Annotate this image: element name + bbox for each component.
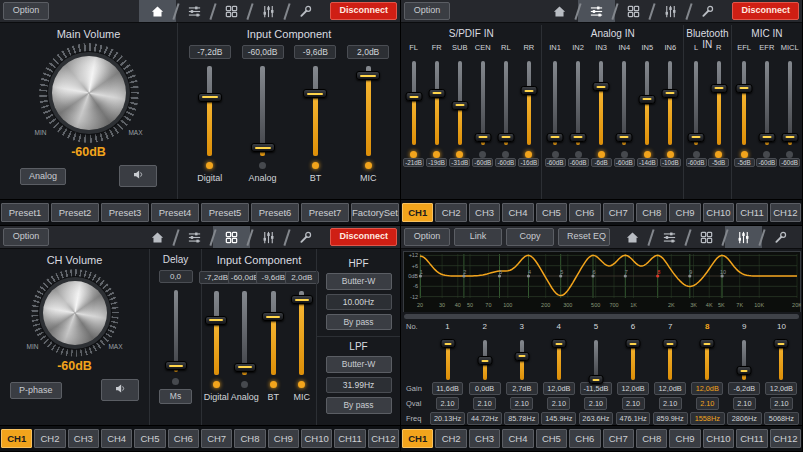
slider-handle[interactable]	[497, 133, 514, 142]
slider-handle[interactable]	[356, 71, 380, 80]
band-2-gain[interactable]: 0,0dB	[469, 382, 501, 395]
slider-handle[interactable]	[736, 84, 753, 93]
faders-tab[interactable]	[250, 226, 287, 248]
grid-tab[interactable]	[615, 0, 652, 22]
hpf-type-button[interactable]: Butter-W	[326, 273, 392, 290]
band-4-qval[interactable]: 2.10	[547, 397, 570, 410]
wrench-tab[interactable]	[689, 0, 726, 22]
home-tab[interactable]	[139, 226, 176, 248]
channel-tab-ch6[interactable]: CH6	[569, 203, 600, 222]
channel-tab-ch4[interactable]: CH4	[101, 429, 132, 448]
channel-tab-ch4[interactable]: CH4	[502, 203, 533, 222]
slider-track[interactable]	[299, 291, 304, 375]
slider-track[interactable]	[599, 61, 603, 145]
channel-tab-ch8[interactable]: CH8	[636, 203, 667, 222]
band-8-qval[interactable]: 2.10	[696, 397, 719, 410]
mixer-tab[interactable]	[651, 226, 688, 248]
slider-track[interactable]	[717, 61, 721, 145]
slider-handle[interactable]	[626, 339, 641, 348]
band-6-freq[interactable]: 476.1Hz	[616, 412, 651, 425]
slider-handle[interactable]	[428, 89, 445, 98]
option-button[interactable]: Option	[404, 228, 450, 245]
slider-handle[interactable]	[688, 133, 705, 142]
preset-tab-preset2[interactable]: Preset2	[51, 203, 99, 222]
slider-track[interactable]	[483, 340, 487, 380]
slider-handle[interactable]	[663, 339, 678, 348]
slider-handle[interactable]	[477, 356, 492, 365]
channel-tab-ch10[interactable]: CH10	[703, 429, 734, 448]
channel-tab-ch8[interactable]: CH8	[636, 429, 667, 448]
slider-handle[interactable]	[639, 95, 656, 104]
slider-track[interactable]	[779, 340, 783, 380]
slider-track[interactable]	[557, 340, 561, 380]
slider-track[interactable]	[594, 340, 598, 380]
slider-handle[interactable]	[405, 92, 422, 101]
channel-tab-ch9[interactable]: CH9	[669, 203, 700, 222]
channel-tab-ch1[interactable]: CH1	[402, 429, 433, 448]
disconnect-button[interactable]: Disconnect	[330, 2, 397, 19]
slider-handle[interactable]	[251, 143, 275, 152]
band-6-gain[interactable]: 12,0dB	[617, 382, 649, 395]
wrench-tab[interactable]	[287, 226, 324, 248]
band-10-qval[interactable]: 2.10	[770, 397, 793, 410]
slider-handle[interactable]	[570, 133, 587, 142]
band-8-gain[interactable]: 12,0dB	[691, 382, 723, 395]
option-button[interactable]: Option	[404, 2, 450, 19]
preset-tab-preset4[interactable]: Preset4	[151, 203, 199, 222]
wrench-tab[interactable]	[762, 226, 799, 248]
slider-track[interactable]	[668, 61, 672, 145]
slider-handle[interactable]	[593, 82, 610, 91]
copy-button[interactable]: Copy	[506, 228, 554, 245]
channel-tab-ch8[interactable]: CH8	[234, 429, 265, 448]
band-number-8[interactable]: 8	[689, 322, 726, 331]
band-1-freq[interactable]: 20.13Hz	[430, 412, 465, 425]
band-3-gain[interactable]: 2,7dB	[506, 382, 538, 395]
home-tab[interactable]	[139, 0, 176, 22]
channel-tab-ch1[interactable]: CH1	[402, 203, 433, 222]
band-number-6[interactable]: 6	[614, 322, 651, 331]
slider-handle[interactable]	[737, 366, 752, 375]
slider-handle[interactable]	[662, 89, 679, 98]
band-number-9[interactable]: 9	[726, 322, 763, 331]
channel-tab-ch6[interactable]: CH6	[168, 429, 199, 448]
slider-track[interactable]	[458, 61, 462, 145]
preset-tab-preset1[interactable]: Preset1	[1, 203, 49, 222]
band-3-qval[interactable]: 2.10	[510, 397, 533, 410]
band-9-freq[interactable]: 2806Hz	[727, 412, 762, 425]
slider-track[interactable]	[622, 61, 626, 145]
channel-tab-ch3[interactable]: CH3	[469, 429, 500, 448]
preset-tab-preset6[interactable]: Preset6	[251, 203, 299, 222]
slider-track[interactable]	[527, 61, 531, 145]
slider-handle[interactable]	[440, 339, 455, 348]
slider-track[interactable]	[481, 61, 485, 145]
channel-tab-ch7[interactable]: CH7	[603, 203, 634, 222]
slider-handle[interactable]	[547, 133, 564, 142]
slider-handle[interactable]	[781, 133, 798, 142]
slider-handle[interactable]	[165, 361, 187, 370]
lpf-bypass-button[interactable]: By pass	[326, 397, 392, 414]
channel-tab-ch11[interactable]: CH11	[334, 429, 365, 448]
slider-track[interactable]	[520, 340, 524, 380]
ch-volume-knob[interactable]: MIN MAX	[31, 269, 119, 357]
slider-track[interactable]	[174, 290, 178, 372]
channel-tab-ch12[interactable]: CH12	[770, 203, 801, 222]
wrench-tab[interactable]	[287, 0, 324, 22]
channel-tab-ch9[interactable]: CH9	[669, 429, 700, 448]
slider-handle[interactable]	[616, 133, 633, 142]
band-number-2[interactable]: 2	[466, 322, 503, 331]
grid-tab[interactable]	[213, 0, 250, 22]
band-10-gain[interactable]: 12,0dB	[765, 382, 797, 395]
slider-handle[interactable]	[514, 352, 529, 361]
slider-handle[interactable]	[700, 339, 715, 348]
slider-track[interactable]	[366, 66, 371, 156]
slider-track[interactable]	[260, 66, 265, 156]
lpf-freq-value[interactable]: 31.99Hz	[326, 377, 392, 393]
band-number-7[interactable]: 7	[652, 322, 689, 331]
slider-track[interactable]	[631, 340, 635, 380]
band-4-gain[interactable]: 12,0dB	[543, 382, 575, 395]
channel-tab-ch3[interactable]: CH3	[469, 203, 500, 222]
band-2-qval[interactable]: 2.10	[473, 397, 496, 410]
channel-tab-ch3[interactable]: CH3	[68, 429, 99, 448]
slider-handle[interactable]	[234, 363, 256, 372]
band-1-gain[interactable]: 11,6dB	[432, 382, 464, 395]
